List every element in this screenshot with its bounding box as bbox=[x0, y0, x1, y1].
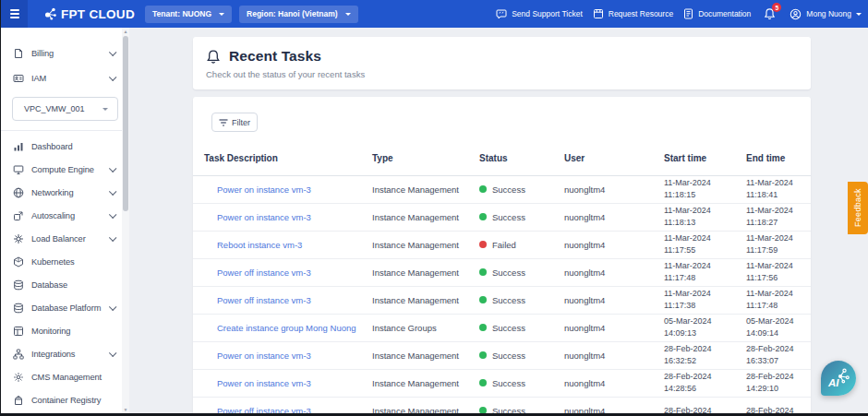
table-row: Power on instance vm-3Instance Managemen… bbox=[193, 369, 811, 397]
sidebar-item-billing[interactable]: Billing bbox=[1, 41, 129, 65]
task-type: Instance Management bbox=[372, 341, 479, 369]
brand-logo[interactable]: FPT CLOUD bbox=[42, 6, 135, 21]
status-dot-success bbox=[479, 268, 487, 276]
kubernetes-icon bbox=[13, 256, 24, 267]
status-badge: Success bbox=[479, 184, 561, 195]
task-end-time-date: 28-Feb-2024 bbox=[746, 405, 807, 416]
top-navbar: FPT CLOUD Tenant: NUONG Region: Hanoi (V… bbox=[1, 0, 868, 28]
tenant-selector[interactable]: Tenant: NUONG bbox=[145, 6, 232, 23]
feedback-tab[interactable]: Feedback bbox=[848, 182, 868, 234]
sidebar-item-cms-management[interactable]: CMS Management bbox=[1, 365, 129, 388]
page-title: Recent Tasks bbox=[229, 48, 321, 65]
task-user: nuongltm4 bbox=[564, 203, 664, 231]
sidebar-item-iam[interactable]: IAM bbox=[1, 65, 129, 90]
status-badge: Success bbox=[479, 212, 561, 222]
task-end-time-clock: 14:09:14 bbox=[746, 327, 807, 339]
task-description-link[interactable]: Power on instance vm-3 bbox=[217, 184, 311, 195]
task-user: nuongltm4 bbox=[564, 341, 664, 369]
sidebar-item-load-balancer[interactable]: Load Balancer bbox=[1, 227, 129, 250]
column-header-task-description: Task Description bbox=[193, 141, 372, 175]
column-header-type: Type bbox=[372, 141, 479, 175]
sidebar-item-networking[interactable]: Networking bbox=[1, 181, 129, 204]
fpt-molecule-icon bbox=[42, 6, 57, 21]
notification-badge: 5 bbox=[772, 3, 781, 12]
sidebar-item-label: Compute Engine bbox=[31, 165, 102, 174]
task-description-link[interactable]: Power on instance vm-3 bbox=[217, 212, 311, 222]
task-user: nuongltm4 bbox=[564, 314, 664, 341]
task-start-time-clock: 14:28:56 bbox=[664, 383, 742, 395]
chat-icon bbox=[496, 8, 507, 19]
sidebar-item-dashboard[interactable]: Dashboard bbox=[1, 135, 129, 158]
nav-documentation-label: Documentation bbox=[698, 9, 751, 18]
sidebar-divider bbox=[1, 130, 129, 131]
sidebar-item-container-registry[interactable]: Container Registry bbox=[1, 388, 129, 411]
filter-button[interactable]: Filter bbox=[211, 113, 258, 132]
ai-assistant-button[interactable]: AI bbox=[821, 361, 856, 396]
status-badge: Failed bbox=[479, 240, 561, 250]
chevron-down-icon bbox=[345, 13, 351, 16]
chevron-down-icon bbox=[109, 303, 116, 310]
status-text: Success bbox=[492, 295, 525, 305]
chevron-down-icon bbox=[109, 349, 116, 356]
sidebar-item-monitoring[interactable]: Monitoring bbox=[1, 319, 129, 342]
nav-request-resource[interactable]: Request Resource bbox=[593, 8, 673, 19]
status-text: Success bbox=[492, 351, 525, 361]
task-description-link[interactable]: Create instance group Mong Nuong bbox=[217, 323, 356, 333]
status-text: Failed bbox=[492, 240, 516, 250]
task-end-time-date: 28-Feb-2024 bbox=[746, 371, 807, 383]
task-start-time-date: 28-Feb-2024 bbox=[664, 405, 742, 416]
chevron-down-icon bbox=[856, 13, 862, 16]
status-dot-success bbox=[479, 351, 487, 359]
status-dot-success bbox=[479, 379, 487, 386]
sidebar-item-autoscaling[interactable]: Autoscaling bbox=[1, 204, 129, 227]
task-description-link[interactable]: Power on instance vm-3 bbox=[217, 378, 311, 388]
notifications-button[interactable]: 5 bbox=[764, 7, 776, 20]
scroll-down-arrow[interactable]: ▼ bbox=[124, 406, 128, 413]
compute-icon bbox=[13, 164, 24, 175]
chevron-down-icon bbox=[109, 164, 116, 172]
task-description-link[interactable]: Power on instance vm-3 bbox=[217, 351, 311, 361]
task-end-time: 28-Feb-202416:33:07 bbox=[746, 341, 811, 369]
billing-icon bbox=[13, 48, 24, 59]
network-icon bbox=[13, 187, 24, 198]
task-start-time-date: 11-Mar-2024 bbox=[664, 288, 742, 300]
doc-icon bbox=[683, 8, 693, 19]
column-header-status: Status bbox=[479, 141, 564, 175]
task-description-link[interactable]: Power off instance vm-3 bbox=[217, 267, 311, 278]
chevron-down-icon bbox=[219, 13, 224, 16]
sidebar-item-label: Integrations bbox=[31, 350, 102, 359]
task-description-link[interactable]: Power off instance vm-3 bbox=[217, 406, 311, 416]
sidebar-item-database[interactable]: Database bbox=[1, 273, 129, 296]
scroll-up-arrow[interactable]: ▲ bbox=[124, 28, 128, 35]
menu-toggle-button[interactable] bbox=[1, 0, 28, 28]
chevron-down-icon bbox=[109, 187, 116, 195]
tenant-label: Tenant: NUONG bbox=[152, 9, 211, 18]
status-badge: Success bbox=[479, 351, 561, 361]
status-text: Success bbox=[492, 378, 525, 388]
table-row: Power off instance vm-3Instance Manageme… bbox=[193, 397, 811, 416]
task-end-time: 11-Mar-202411:17:48 bbox=[746, 286, 811, 314]
sidebar-item-compute-engine[interactable]: Compute Engine bbox=[1, 158, 129, 181]
sidebar-item-kubernetes[interactable]: Kubernetes bbox=[1, 250, 129, 273]
sidebar-item-integrations[interactable]: Integrations bbox=[1, 342, 129, 365]
sidebar-item-label: Database Platform bbox=[31, 303, 102, 313]
nav-send-support-ticket-label: Send Support Ticket bbox=[512, 9, 583, 18]
sidebar-scrollbar[interactable]: ▲ ▼ bbox=[122, 28, 129, 413]
task-start-time-date: 28-Feb-2024 bbox=[664, 371, 742, 383]
table-row: Power off instance vm-3Instance Manageme… bbox=[193, 258, 811, 286]
nav-documentation[interactable]: Documentation bbox=[683, 8, 751, 19]
task-description-link[interactable]: Power off instance vm-3 bbox=[217, 295, 311, 305]
scrollbar-thumb[interactable] bbox=[123, 36, 128, 211]
sidebar-item-database-platform[interactable]: Database Platform bbox=[1, 296, 129, 319]
nav-send-support-ticket[interactable]: Send Support Ticket bbox=[496, 8, 583, 19]
status-text: Success bbox=[492, 184, 525, 195]
hamburger-icon bbox=[10, 9, 19, 18]
task-description-link[interactable]: Reboot instance vm-3 bbox=[217, 240, 302, 250]
user-menu[interactable]: Mong Nuong bbox=[790, 8, 862, 20]
vpc-selector[interactable]: VPC_VMW_001 bbox=[12, 97, 118, 121]
task-start-time: 28-Feb-2024 bbox=[664, 397, 746, 416]
task-type: Instance Management bbox=[372, 397, 479, 416]
sidebar-item-label: Networking bbox=[31, 188, 102, 197]
task-start-time: 11-Mar-202411:17:55 bbox=[664, 231, 746, 258]
region-selector[interactable]: Region: Hanoi (Vietnam) bbox=[239, 6, 358, 23]
